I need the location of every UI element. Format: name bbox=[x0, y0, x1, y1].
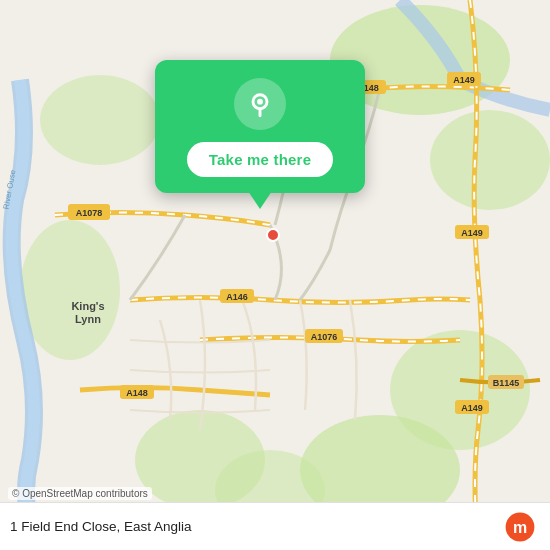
svg-text:A149: A149 bbox=[453, 75, 475, 85]
svg-text:A149: A149 bbox=[461, 403, 483, 413]
moovit-logo-svg: m bbox=[504, 511, 536, 543]
osm-attribution: © OpenStreetMap contributors bbox=[8, 487, 152, 500]
svg-text:A146: A146 bbox=[226, 292, 248, 302]
svg-text:B1145: B1145 bbox=[493, 378, 520, 388]
popup-card: Take me there bbox=[155, 60, 365, 193]
svg-text:A1076: A1076 bbox=[311, 332, 338, 342]
svg-point-5 bbox=[40, 75, 160, 165]
svg-point-32 bbox=[257, 99, 263, 105]
svg-text:A148: A148 bbox=[126, 388, 148, 398]
svg-point-6 bbox=[20, 220, 120, 360]
bottom-bar: 1 Field End Close, East Anglia m bbox=[0, 502, 550, 550]
take-me-there-button[interactable]: Take me there bbox=[187, 142, 333, 177]
moovit-logo-icon: m bbox=[504, 511, 536, 543]
svg-text:A1078: A1078 bbox=[76, 208, 103, 218]
location-icon-wrap bbox=[234, 78, 286, 130]
svg-text:Lynn: Lynn bbox=[75, 313, 101, 325]
svg-text:King's: King's bbox=[71, 300, 104, 312]
svg-point-30 bbox=[267, 229, 279, 241]
svg-text:m: m bbox=[513, 518, 527, 535]
svg-text:A149: A149 bbox=[461, 228, 483, 238]
address-text: 1 Field End Close, East Anglia bbox=[10, 519, 192, 534]
svg-point-2 bbox=[430, 110, 550, 210]
location-pin-icon bbox=[246, 90, 274, 118]
map-container: A1078 A148 A149 A149 A149 A146 A1076 B11… bbox=[0, 0, 550, 550]
